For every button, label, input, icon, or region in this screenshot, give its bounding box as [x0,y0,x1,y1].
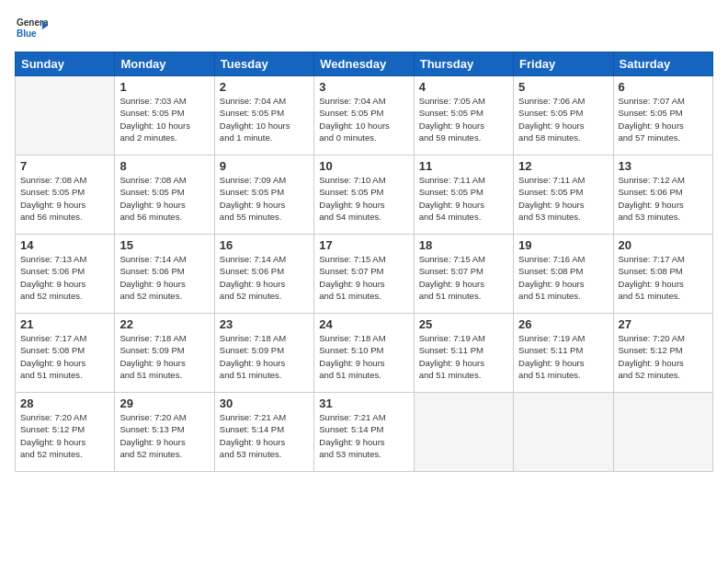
calendar-cell: 12Sunrise: 7:11 AM Sunset: 5:05 PM Dayli… [514,155,613,235]
day-number: 28 [20,396,109,410]
day-info: Sunrise: 7:04 AM Sunset: 5:05 PM Dayligh… [319,95,408,144]
day-number: 4 [419,80,508,94]
day-number: 5 [518,80,608,94]
day-number: 11 [419,159,508,173]
day-number: 3 [319,80,408,94]
calendar-cell: 14Sunrise: 7:13 AM Sunset: 5:06 PM Dayli… [16,235,115,314]
day-number: 30 [220,396,309,410]
day-info: Sunrise: 7:19 AM Sunset: 5:11 PM Dayligh… [419,332,508,381]
day-number: 20 [619,238,708,252]
day-info: Sunrise: 7:20 AM Sunset: 5:12 PM Dayligh… [20,411,109,460]
day-info: Sunrise: 7:07 AM Sunset: 5:05 PM Dayligh… [619,95,708,144]
calendar-header-friday: Friday [514,52,613,76]
day-info: Sunrise: 7:18 AM Sunset: 5:09 PM Dayligh… [119,332,209,381]
calendar-header-thursday: Thursday [414,52,513,76]
day-info: Sunrise: 7:11 AM Sunset: 5:05 PM Dayligh… [518,174,608,223]
day-info: Sunrise: 7:17 AM Sunset: 5:08 PM Dayligh… [20,332,109,381]
day-number: 14 [20,238,109,252]
calendar-header-tuesday: Tuesday [214,52,313,76]
calendar-header-wednesday: Wednesday [314,52,414,76]
day-number: 15 [119,238,209,252]
calendar-week-row: 14Sunrise: 7:13 AM Sunset: 5:06 PM Dayli… [16,235,713,314]
day-info: Sunrise: 7:05 AM Sunset: 5:05 PM Dayligh… [419,95,508,144]
day-number: 6 [619,80,708,94]
day-number: 22 [119,317,209,331]
day-info: Sunrise: 7:19 AM Sunset: 5:11 PM Dayligh… [518,332,608,381]
page-container: General Blue SundayMondayTuesdayWednesda… [0,0,728,479]
calendar-cell: 21Sunrise: 7:17 AM Sunset: 5:08 PM Dayli… [16,314,115,393]
calendar-cell: 8Sunrise: 7:08 AM Sunset: 5:05 PM Daylig… [115,155,214,235]
calendar-cell: 27Sunrise: 7:20 AM Sunset: 5:12 PM Dayli… [613,314,712,393]
calendar-cell: 7Sunrise: 7:08 AM Sunset: 5:05 PM Daylig… [16,155,115,235]
day-info: Sunrise: 7:15 AM Sunset: 5:07 PM Dayligh… [319,253,408,302]
day-info: Sunrise: 7:21 AM Sunset: 5:14 PM Dayligh… [319,411,408,460]
day-info: Sunrise: 7:13 AM Sunset: 5:06 PM Dayligh… [20,253,109,302]
calendar-week-row: 7Sunrise: 7:08 AM Sunset: 5:05 PM Daylig… [16,155,713,235]
calendar-cell: 20Sunrise: 7:17 AM Sunset: 5:08 PM Dayli… [613,235,712,314]
calendar-cell: 30Sunrise: 7:21 AM Sunset: 5:14 PM Dayli… [214,393,313,472]
day-number: 19 [518,238,608,252]
day-info: Sunrise: 7:11 AM Sunset: 5:05 PM Dayligh… [419,174,508,223]
calendar-cell: 18Sunrise: 7:15 AM Sunset: 5:07 PM Dayli… [414,235,513,314]
day-number: 1 [119,80,209,94]
day-info: Sunrise: 7:21 AM Sunset: 5:14 PM Dayligh… [220,411,309,460]
calendar-cell [16,76,115,155]
day-info: Sunrise: 7:17 AM Sunset: 5:08 PM Dayligh… [619,253,708,302]
calendar-cell: 5Sunrise: 7:06 AM Sunset: 5:05 PM Daylig… [514,76,613,155]
day-number: 13 [619,159,708,173]
calendar-cell: 15Sunrise: 7:14 AM Sunset: 5:06 PM Dayli… [115,235,214,314]
day-number: 12 [518,159,608,173]
day-number: 25 [419,317,508,331]
logo: General Blue [15,13,48,46]
day-number: 26 [518,317,608,331]
day-info: Sunrise: 7:10 AM Sunset: 5:05 PM Dayligh… [319,174,408,223]
calendar-week-row: 1Sunrise: 7:03 AM Sunset: 5:05 PM Daylig… [16,76,713,155]
day-info: Sunrise: 7:20 AM Sunset: 5:12 PM Dayligh… [619,332,708,381]
day-number: 16 [220,238,309,252]
day-info: Sunrise: 7:20 AM Sunset: 5:13 PM Dayligh… [119,411,209,460]
calendar-header-saturday: Saturday [613,52,712,76]
calendar-cell: 13Sunrise: 7:12 AM Sunset: 5:06 PM Dayli… [613,155,712,235]
calendar-cell: 2Sunrise: 7:04 AM Sunset: 5:05 PM Daylig… [214,76,313,155]
calendar-cell: 19Sunrise: 7:16 AM Sunset: 5:08 PM Dayli… [514,235,613,314]
day-info: Sunrise: 7:12 AM Sunset: 5:06 PM Dayligh… [619,174,708,223]
day-number: 31 [319,396,408,410]
day-number: 24 [319,317,408,331]
calendar-week-row: 21Sunrise: 7:17 AM Sunset: 5:08 PM Dayli… [16,314,713,393]
day-info: Sunrise: 7:14 AM Sunset: 5:06 PM Dayligh… [119,253,209,302]
day-number: 23 [220,317,309,331]
calendar-cell [514,393,613,472]
calendar-cell: 6Sunrise: 7:07 AM Sunset: 5:05 PM Daylig… [613,76,712,155]
calendar-cell: 1Sunrise: 7:03 AM Sunset: 5:05 PM Daylig… [115,76,214,155]
day-info: Sunrise: 7:15 AM Sunset: 5:07 PM Dayligh… [419,253,508,302]
logo-svg: General Blue [15,13,48,46]
day-number: 17 [319,238,408,252]
day-info: Sunrise: 7:14 AM Sunset: 5:06 PM Dayligh… [220,253,309,302]
calendar-cell: 31Sunrise: 7:21 AM Sunset: 5:14 PM Dayli… [314,393,414,472]
day-info: Sunrise: 7:16 AM Sunset: 5:08 PM Dayligh… [518,253,608,302]
day-number: 9 [220,159,309,173]
day-number: 7 [20,159,109,173]
calendar-cell: 26Sunrise: 7:19 AM Sunset: 5:11 PM Dayli… [514,314,613,393]
calendar-cell: 23Sunrise: 7:18 AM Sunset: 5:09 PM Dayli… [214,314,313,393]
day-number: 18 [419,238,508,252]
day-info: Sunrise: 7:09 AM Sunset: 5:05 PM Dayligh… [220,174,309,223]
header: General Blue [15,9,713,46]
day-info: Sunrise: 7:18 AM Sunset: 5:10 PM Dayligh… [319,332,408,381]
calendar-cell: 3Sunrise: 7:04 AM Sunset: 5:05 PM Daylig… [314,76,414,155]
calendar-cell: 28Sunrise: 7:20 AM Sunset: 5:12 PM Dayli… [16,393,115,472]
calendar-cell: 9Sunrise: 7:09 AM Sunset: 5:05 PM Daylig… [214,155,313,235]
calendar-cell: 29Sunrise: 7:20 AM Sunset: 5:13 PM Dayli… [115,393,214,472]
calendar-header-sunday: Sunday [16,52,115,76]
calendar-cell: 16Sunrise: 7:14 AM Sunset: 5:06 PM Dayli… [214,235,313,314]
day-info: Sunrise: 7:08 AM Sunset: 5:05 PM Dayligh… [119,174,209,223]
day-info: Sunrise: 7:06 AM Sunset: 5:05 PM Dayligh… [518,95,608,144]
calendar-cell: 17Sunrise: 7:15 AM Sunset: 5:07 PM Dayli… [314,235,414,314]
day-number: 8 [119,159,209,173]
calendar-table: SundayMondayTuesdayWednesdayThursdayFrid… [15,52,713,472]
calendar-header-monday: Monday [115,52,214,76]
day-info: Sunrise: 7:08 AM Sunset: 5:05 PM Dayligh… [20,174,109,223]
day-number: 27 [619,317,708,331]
calendar-header-row: SundayMondayTuesdayWednesdayThursdayFrid… [16,52,713,76]
day-info: Sunrise: 7:03 AM Sunset: 5:05 PM Dayligh… [119,95,209,144]
